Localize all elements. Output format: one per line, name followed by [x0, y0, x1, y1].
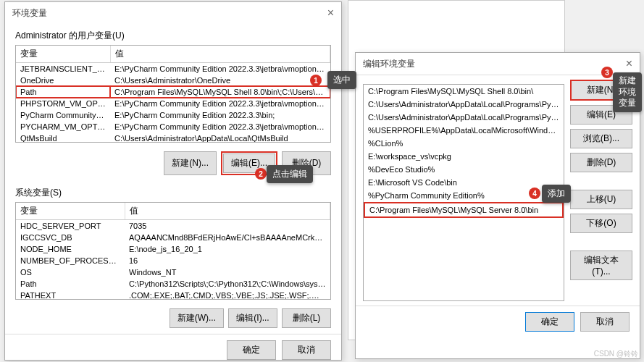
edit-delete-button[interactable]: 删除(D)	[570, 153, 632, 172]
user-vars-section: Administrator 的用户变量(U) 变量 值 JETBRAINSCLI…	[5, 24, 341, 146]
list-item[interactable]: C:\Program Files\MySQL\MySQL Shell 8.0\b…	[364, 85, 564, 98]
cell-val: C:\Python312\Scripts\;C:\Python312\;C:\W…	[125, 278, 330, 290]
cell-val: 16	[125, 255, 330, 266]
col-var: 变量	[16, 46, 110, 63]
table-row[interactable]: QtMsBuildC:\Users\Administrator\AppData\…	[16, 132, 330, 143]
user-vars-label: Administrator 的用户变量(U)	[15, 30, 331, 42]
table-row[interactable]: OSWindows_NT	[16, 266, 330, 278]
col-var: 变量	[16, 203, 125, 220]
system-vars-label: 系统变量(S)	[15, 187, 331, 199]
cell-val: E:\PyCharm Community Edition 2022.3.3\je…	[110, 121, 330, 132]
col-val: 值	[110, 46, 330, 63]
cell-var: NUMBER_OF_PROCESSORS	[16, 255, 125, 266]
sys-edit-button[interactable]: 编辑(I)...	[228, 308, 277, 328]
watermark: CSDN @铃铃	[594, 349, 638, 359]
main-cancel-button[interactable]: 取消	[282, 340, 331, 360]
cell-val: E:\PyCharm Community Edition 2022.3.3\je…	[110, 98, 330, 109]
cell-var: OS	[16, 266, 125, 278]
table-row[interactable]: OneDriveC:\Users\Administrator\OneDrive	[16, 75, 330, 86]
table-row[interactable]: PathC:\Python312\Scripts\;C:\Python312\;…	[16, 278, 330, 290]
system-btn-row: 新建(W)... 编辑(I)... 删除(L)	[5, 303, 341, 334]
list-item[interactable]: E:\workspace_vs\vcpkg	[364, 150, 564, 163]
user-new-button[interactable]: 新建(N)...	[164, 151, 217, 175]
edit-dialog-body: C:\Program Files\MySQL\MySQL Shell 8.0\b…	[356, 75, 640, 306]
edit-side-buttons: 新建(N) 编辑(E) 浏览(B)... 删除(D) 上移(U) 下移(O) 编…	[570, 80, 632, 306]
edit-text-button[interactable]: 编辑文本(T)...	[570, 251, 632, 280]
main-footer: 确定 取消	[5, 334, 341, 362]
cell-val: C:\Users\Administrator\AppData\Local\QtM…	[110, 132, 330, 143]
table-row[interactable]: NUMBER_OF_PROCESSORS16	[16, 255, 330, 266]
cell-var: QtMsBuild	[16, 132, 110, 143]
sys-new-button[interactable]: 新建(W)...	[170, 308, 224, 328]
cell-val: C:\Program Files\MySQL\MySQL Shell 8.0\b…	[110, 86, 330, 98]
table-row[interactable]: PHPSTORM_VM_OPTIONSE:\PyCharm Community …	[16, 98, 330, 109]
edit-env-dialog: 编辑环境变量 × C:\Program Files\MySQL\MySQL Sh…	[355, 52, 640, 359]
cell-var: JETBRAINSCLIENT_VM_O...	[16, 63, 110, 75]
table-row[interactable]: PYCHARM_VM_OPTIONSE:\PyCharm Community E…	[16, 121, 330, 132]
list-item[interactable]: C:\Users\Administrator\AppData\Local\Pro…	[364, 98, 564, 111]
table-row[interactable]: IGCCSVC_DBAQAAANCMnd8BFdERjHoAwE/Cl+sBAA…	[16, 232, 330, 243]
badge-3: 3	[601, 67, 613, 78]
sys-delete-button[interactable]: 删除(L)	[282, 308, 331, 328]
bubble-add: 添加	[542, 185, 571, 203]
list-item[interactable]: C:\Program Files\MySQL\MySQL Server 8.0\…	[364, 202, 564, 218]
badge-1: 1	[310, 75, 322, 86]
edit-down-button[interactable]: 下移(O)	[570, 214, 632, 233]
table-row[interactable]: JETBRAINSCLIENT_VM_O...E:\PyCharm Commun…	[16, 63, 330, 75]
edit-ok-button[interactable]: 确定	[525, 312, 574, 332]
user-vars-table[interactable]: 变量 值 JETBRAINSCLIENT_VM_O...E:\PyCharm C…	[16, 46, 330, 143]
edit-cancel-button[interactable]: 取消	[580, 312, 630, 332]
cell-var: Path	[16, 86, 110, 98]
cell-var: PYCHARM_VM_OPTIONS	[16, 121, 110, 132]
badge-2: 2	[255, 168, 267, 180]
cell-var: PyCharm Community Editi...	[16, 109, 110, 121]
cell-val: 7035	[125, 220, 330, 232]
system-vars-section: 系统变量(S) 变量 值 HDC_SERVER_PORT7035IGCCSVC_…	[5, 181, 341, 303]
edit-browse-button[interactable]: 浏览(B)...	[570, 129, 632, 148]
bubble-select: 选中	[327, 71, 356, 89]
main-ok-button[interactable]: 确定	[227, 340, 276, 360]
cell-var: Path	[16, 278, 125, 290]
cell-var: PHPSTORM_VM_OPTIONS	[16, 98, 110, 109]
close-icon[interactable]: ×	[327, 7, 334, 20]
table-row[interactable]: PATHEXT.COM;.EXE;.BAT;.CMD;.VBS;.VBE;.JS…	[16, 290, 330, 300]
bubble-new-env: 新建 环境 变量	[613, 72, 642, 112]
dialog-title: 环境变量	[12, 7, 47, 20]
cell-var: PATHEXT	[16, 290, 125, 300]
list-item[interactable]: C:\Users\Administrator\AppData\Local\Pro…	[364, 111, 564, 124]
list-item[interactable]: %DevEco Studio%	[364, 163, 564, 176]
edit-dialog-titlebar: 编辑环境变量 ×	[356, 53, 640, 75]
cell-val: E:\PyCharm Community Edition 2022.3.3\bi…	[110, 109, 330, 121]
cell-val: Windows_NT	[125, 266, 330, 278]
col-val: 值	[125, 203, 330, 220]
system-vars-table[interactable]: 变量 值 HDC_SERVER_PORT7035IGCCSVC_DBAQAAAN…	[16, 203, 330, 300]
edit-up-button[interactable]: 上移(U)	[570, 190, 632, 209]
cell-val: E:\PyCharm Community Edition 2022.3.3\je…	[110, 63, 330, 75]
cell-var: HDC_SERVER_PORT	[16, 220, 125, 232]
edit-dialog-title: 编辑环境变量	[363, 58, 415, 70]
cell-var: NODE_HOME	[16, 243, 125, 255]
system-vars-table-wrap: 变量 值 HDC_SERVER_PORT7035IGCCSVC_DBAQAAAN…	[15, 202, 331, 300]
close-icon[interactable]: ×	[626, 57, 632, 70]
table-row[interactable]: PyCharm Community Editi...E:\PyCharm Com…	[16, 109, 330, 121]
table-row[interactable]: NODE_HOMEE:\node_js_16_20_1	[16, 243, 330, 255]
dialog-titlebar: 环境变量 ×	[5, 2, 341, 24]
bubble-click-edit: 点击编辑	[267, 165, 313, 183]
cell-var: OneDrive	[16, 75, 110, 86]
cell-val: E:\node_js_16_20_1	[125, 243, 330, 255]
cell-var: IGCCSVC_DB	[16, 232, 125, 243]
list-item[interactable]: %CLion%	[364, 137, 564, 150]
cell-val: C:\Users\Administrator\OneDrive	[110, 75, 330, 86]
cell-val: .COM;.EXE;.BAT;.CMD;.VBS;.VBE;.JS;.JSE;.…	[125, 290, 330, 300]
cell-val: AQAAANCMnd8BFdERjHoAwE/Cl+sBAAAAneMCrkdq…	[125, 232, 330, 243]
badge-4: 4	[529, 188, 540, 199]
table-row[interactable]: PathC:\Program Files\MySQL\MySQL Shell 8…	[16, 86, 330, 98]
table-row[interactable]: HDC_SERVER_PORT7035	[16, 220, 330, 232]
user-vars-table-wrap: 变量 值 JETBRAINSCLIENT_VM_O...E:\PyCharm C…	[15, 45, 331, 143]
edit-footer: 确定 取消	[356, 306, 640, 337]
list-item[interactable]: %USERPROFILE%\AppData\Local\Microsoft\Wi…	[364, 124, 564, 137]
